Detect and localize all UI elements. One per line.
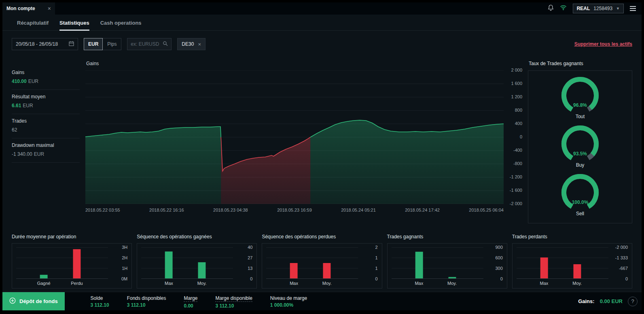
stat-marge: Marge 0.00 [184, 294, 197, 309]
x-tick-label: 2018.05.23 04:38 [213, 208, 248, 212]
mini-tick-label: 0M [121, 276, 127, 281]
y-tick-label: -1 200 [510, 174, 522, 179]
mini-tick-label: 0 [375, 276, 377, 281]
mini-tick-label: -1 333 [615, 255, 628, 260]
avg-duration-chart [16, 247, 108, 279]
date-range-picker[interactable]: 20/05/18 - 26/05/18 [12, 38, 78, 50]
mini-chart-winning-trades: Trades gagnants MaxMoy. 9006003000 [387, 234, 507, 289]
mini-tick-label: 1H [122, 266, 127, 271]
x-tick-label: 2018.05.25 06:04 [469, 208, 504, 212]
gains-chart[interactable] [85, 70, 504, 204]
y-tick-label: 800 [515, 108, 522, 112]
unit-toggle-eur[interactable]: EUR [84, 38, 103, 50]
y-tick-label: -2 000 [510, 201, 522, 206]
unit-toggle-pips[interactable]: Pips [103, 38, 121, 50]
mini-chart-losing-streak: Séquence des opérations perdues MaxMoy. … [262, 234, 382, 289]
date-range-value: 20/05/18 - 26/05/18 [16, 41, 58, 47]
mini-tick-label: 13 [248, 266, 252, 271]
plus-circle-icon [9, 297, 16, 305]
summary-trades: Trades 62 [12, 114, 80, 138]
stat-fonds-disponibles: Fonds disponibles 3 112.10 [127, 294, 166, 309]
account-stats: Solde 3 112.10 Fonds disponibles 3 112.1… [91, 294, 307, 309]
mini-tick-label: 1 [375, 255, 377, 260]
search-icon [163, 40, 168, 48]
deposit-funds-button[interactable]: Dépôt de fonds [2, 292, 65, 310]
summary-gains: Gains 410.00EUR [12, 66, 80, 90]
close-icon[interactable]: × [48, 6, 51, 11]
account-id: 1258493 [593, 6, 612, 11]
tab-statistiques[interactable]: Statistiques [59, 20, 89, 30]
win-rate-panel: Taux de Trades gagnants 96.8% Tout 93.5%… [528, 61, 632, 223]
mini-tick-label: 0 [500, 276, 503, 281]
y-axis-labels: 2 0001 6001 2008004000-400-800-1 200-1 6… [504, 70, 523, 204]
mini-tick-label: 27 [248, 255, 252, 260]
asset-chip-de30[interactable]: DE30 × [177, 38, 205, 50]
mini-tick-label: 1 [375, 266, 377, 271]
symbol-search [127, 38, 172, 50]
mini-tick-label: 2 [375, 245, 377, 250]
gauge-buy: 93.5% Buy [528, 123, 632, 172]
deposit-funds-label: Dépôt de fonds [19, 298, 58, 304]
gauge-tout: 96.8% Tout [528, 75, 632, 123]
window-topbar: Mon compte × REAL 1258493 ▼ [2, 2, 642, 15]
y-tick-label: 2 000 [511, 68, 522, 72]
calendar-icon [69, 41, 74, 47]
account-type-badge: REAL [577, 6, 590, 11]
stat-niveau-de-marge: Niveau de marge 1 000.00% [270, 294, 307, 309]
stat-solde: Solde 3 112.10 [91, 294, 109, 309]
gauge-buy-value: 93.5% [528, 151, 632, 157]
statistics-main: Gains 410.00EUR Résultat moyen 6.61EUR T… [2, 56, 642, 223]
footer-bar: Dépôt de fonds Solde 3 112.10 Fonds disp… [2, 292, 642, 310]
category-label: Max [290, 281, 298, 286]
y-tick-label: -400 [513, 148, 522, 153]
category-label: Max [540, 281, 549, 286]
gauge-tout-value: 96.8% [528, 102, 632, 108]
gauge-buy-arc [550, 125, 610, 162]
x-tick-label: 2018.05.22 03:55 [85, 208, 120, 212]
connection-wifi-icon [560, 5, 567, 12]
remove-asset-icon[interactable]: × [198, 41, 201, 47]
x-tick-label: 2018.05.24 17:42 [405, 208, 440, 212]
y-tick-label: -800 [513, 161, 522, 166]
mini-chart-losing-trades: Trades perdants MaxMoy. -2 000-1 333-667… [512, 234, 632, 289]
x-tick-label: 2018.05.24 05:21 [341, 208, 376, 212]
summary-avg-result: Résultat moyen 6.61EUR [12, 90, 80, 114]
footer-gains-value: 0.00 EUR [600, 298, 623, 304]
help-icon[interactable]: ? [628, 297, 638, 306]
section-tabs: Récapitulatif Statistiques Cash operatio… [2, 15, 642, 31]
winning-streak-chart [141, 247, 233, 279]
y-tick-label: 0 [520, 134, 522, 139]
gains-chart-section: Gains 2 0001 6001 2008004000-400-800-1 2… [85, 61, 523, 223]
mini-tick-label: -667 [619, 266, 628, 271]
gauge-sell: 100.0% Sell [528, 172, 632, 221]
gauge-sell-value: 100.0% [528, 199, 632, 205]
notifications-bell-icon[interactable] [548, 4, 554, 13]
x-axis-labels: 2018.05.22 03:552018.05.22 16:162018.05.… [85, 208, 504, 212]
mini-tick-label: 300 [495, 266, 502, 271]
symbol-search-input[interactable] [131, 41, 160, 47]
mini-tick-label: -2 000 [615, 245, 628, 250]
y-tick-label: 1 600 [511, 81, 522, 86]
category-label: Moy. [322, 281, 332, 286]
tab-recapitulatif[interactable]: Récapitulatif [17, 20, 49, 30]
x-tick-label: 2018.05.22 16:16 [149, 208, 184, 212]
account-document-tab[interactable]: Mon compte × [2, 2, 55, 15]
y-tick-label: -1 600 [510, 188, 522, 193]
gauge-buy-label: Buy [528, 162, 632, 168]
account-selector[interactable]: REAL 1258493 ▼ [573, 4, 624, 13]
y-tick-label: 400 [515, 121, 522, 126]
menu-icon[interactable] [630, 6, 636, 11]
gauge-tout-label: Tout [528, 114, 632, 119]
y-tick-label: 1 200 [511, 94, 522, 99]
losing-streak-chart [266, 247, 358, 279]
gains-chart-title: Gains [86, 61, 523, 66]
category-label: Gagné [37, 281, 51, 286]
stat-marge-disponible: Marge disponible 3 112.10 [215, 294, 252, 309]
asset-chip-label: DE30 [182, 41, 194, 47]
tab-cash-operations[interactable]: Cash operations [100, 20, 142, 30]
remove-all-assets-link[interactable]: Supprimer tous les actifs [574, 41, 632, 47]
mini-tick-label: 600 [495, 255, 502, 260]
summary-max-drawdown: Drawdown maximal -1 340.00EUR [12, 138, 80, 163]
mini-tick-label: 3H [122, 245, 127, 250]
unit-toggle: EUR Pips [84, 38, 121, 50]
